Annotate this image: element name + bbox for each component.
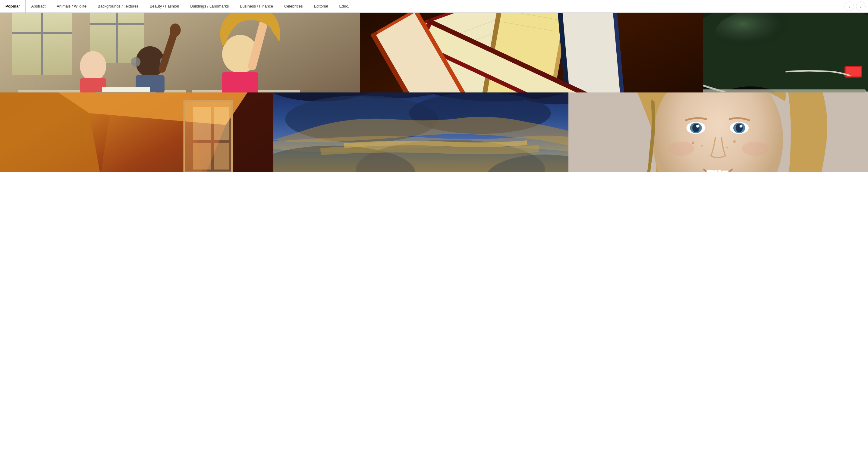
image-row-2 xyxy=(0,93,868,172)
nav-arrows: ‹ › xyxy=(844,1,866,11)
nav-prev-button[interactable]: ‹ xyxy=(844,1,854,11)
nav-item-backgrounds[interactable]: Backgrounds / Textures xyxy=(92,0,144,13)
navigation-bar: Popular Abstract Animals / Wildlife Back… xyxy=(0,0,868,13)
image-cell-room[interactable] xyxy=(0,93,273,172)
nav-item-business[interactable]: Business / Finance xyxy=(235,0,279,13)
nav-items: Popular Abstract Animals / Wildlife Back… xyxy=(2,0,843,13)
nav-item-education[interactable]: Educ. xyxy=(334,0,355,13)
nav-item-editorial[interactable]: Editorial xyxy=(308,0,334,13)
nav-item-abstract[interactable]: Abstract xyxy=(26,0,51,13)
image-cell-girl[interactable] xyxy=(568,93,868,172)
nav-next-button[interactable]: › xyxy=(856,1,866,11)
image-cell-sky[interactable] xyxy=(273,93,568,172)
nav-item-popular[interactable]: Popular xyxy=(2,0,26,13)
nav-item-celebrities[interactable]: Celebrities xyxy=(279,0,308,13)
image-cell-car[interactable] xyxy=(703,13,868,93)
nav-item-buildings[interactable]: Buildings / Landmarks xyxy=(185,0,235,13)
image-cell-books[interactable] xyxy=(360,13,703,93)
image-cell-classroom[interactable] xyxy=(0,13,360,93)
nav-item-animals[interactable]: Animals / Wildlife xyxy=(51,0,92,13)
nav-item-beauty[interactable]: Beauty / Fashion xyxy=(144,0,185,13)
image-grid xyxy=(0,13,868,172)
image-row-1 xyxy=(0,13,868,93)
